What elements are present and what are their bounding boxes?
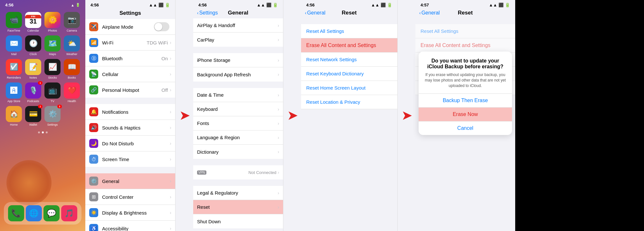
app-settings[interactable]: ⚙️ 3 Settings — [44, 106, 61, 126]
back-label: Settings — [199, 10, 218, 16]
reset-item-erase[interactable]: Erase All Content and Settings — [301, 38, 397, 53]
reset-item-keyboard[interactable]: Reset Keyboard Dictionary — [301, 67, 397, 81]
general-item-legal[interactable]: Legal & Regulatory › — [193, 186, 283, 200]
dialog-status-icons: ▲▲ ⬛ 🔋 — [489, 3, 510, 7]
general-item-reset[interactable]: Reset › — [193, 200, 283, 214]
settings-item-hotspot[interactable]: 🔗 Personal Hotspot Off › — [85, 82, 175, 98]
general-item-language[interactable]: Language & Region › — [193, 130, 283, 145]
app-tv[interactable]: 📺 TV — [44, 82, 61, 103]
photos-icon: 🌼 — [44, 12, 61, 28]
app-mail[interactable]: ✉️ Mail — [6, 35, 22, 56]
general-item-vpn[interactable]: VPN Not Connected › — [193, 165, 283, 179]
controlcenter-icon: ⊞ — [89, 192, 98, 201]
settings-item-display[interactable]: ☀️ Display & Brightness › — [85, 205, 175, 221]
settings-item-airplane[interactable]: ✈️ Airplane Mode — [85, 19, 175, 35]
settings-section-general: ⚙️ General › ⊞ Control Center › ☀️ Displ… — [85, 173, 175, 231]
app-facetime[interactable]: 📹 FaceTime — [6, 12, 22, 32]
app-clock[interactable]: 🕐 Clock — [25, 35, 41, 56]
cancel-button[interactable]: Cancel — [419, 121, 512, 135]
general-item-shutdown[interactable]: Shut Down — [193, 214, 283, 228]
back-to-general[interactable]: ‹ General — [305, 10, 326, 16]
general-item-fonts[interactable]: Fonts › — [193, 116, 283, 130]
back-to-settings[interactable]: ‹ Settings — [197, 10, 218, 16]
facetime-icon: 📹 — [6, 12, 22, 28]
reset-time: 4:56 — [306, 3, 315, 7]
settings-item-controlcenter[interactable]: ⊞ Control Center › — [85, 189, 175, 205]
settings-item-wifi[interactable]: 📶 Wi-Fi TDG WiFi › — [85, 35, 175, 51]
panel-reset: 4:56 ▲▲ ⬛ 🔋 ‹ General Reset Reset All Se… — [301, 0, 398, 231]
settings-item-sounds[interactable]: 🔊 Sounds & Haptics › — [85, 120, 175, 136]
dock-safari[interactable]: 🌐 — [26, 205, 42, 221]
general-section-locale: Date & Time › Keyboard › Fonts › Languag… — [193, 88, 283, 159]
settings-list: ✈️ Airplane Mode 📶 Wi-Fi TDG WiFi › Ⓑ Bl… — [85, 19, 175, 231]
general-item-dictionary[interactable]: Dictionary › — [193, 145, 283, 159]
panel-settings: 4:56 ▲▲ ⬛ 🔋 Settings ✈️ Airplane Mode 📶 … — [85, 0, 175, 231]
chevron-icon: › — [278, 107, 279, 112]
app-home[interactable]: 🏠 Home — [6, 106, 22, 126]
dialog-message: If you erase without updating your backu… — [419, 72, 512, 93]
reset-item-network[interactable]: Reset Network Settings — [301, 53, 397, 67]
settings-item-notifications[interactable]: 🔔 Notifications › — [85, 104, 175, 120]
app-maps[interactable]: 🗺️ Maps — [44, 35, 61, 56]
airplane-icon: ✈️ — [89, 22, 98, 31]
app-camera[interactable]: 📷 Camera — [64, 12, 80, 32]
backup-then-erase-button[interactable]: Backup Then Erase — [419, 93, 512, 107]
section-gap-2 — [85, 168, 175, 173]
panel-general: 4:56 ▲▲ ⬛ 🔋 ‹ Settings General AirPlay &… — [193, 0, 283, 231]
erase-now-button[interactable]: Erase Now — [419, 107, 512, 121]
app-photos[interactable]: 🌼 Photos — [44, 12, 61, 32]
reset-item-all-settings[interactable]: Reset All Settings — [301, 24, 397, 38]
app-reminders[interactable]: ☑️ Reminders — [6, 59, 22, 79]
arrow-between-4-5: ➤ — [398, 0, 415, 231]
settings-section-connectivity: ✈️ Airplane Mode 📶 Wi-Fi TDG WiFi › Ⓑ Bl… — [85, 19, 175, 98]
reset-nav: ‹ General Reset — [301, 9, 397, 18]
wifi-icon: ⬛ — [381, 3, 386, 7]
app-notes[interactable]: 📝 Notes — [25, 59, 41, 79]
app-stocks[interactable]: 📈 Stocks — [44, 59, 61, 79]
chevron-icon: › — [170, 194, 171, 199]
back-to-general-2[interactable]: ‹ General — [419, 10, 440, 16]
general-item-carplay[interactable]: CarPlay › — [193, 33, 283, 47]
general-nav: ‹ Settings General — [193, 9, 283, 18]
general-section-storage: iPhone Storage › Background App Refresh … — [193, 53, 283, 82]
dock-messages[interactable]: 💬 — [43, 205, 60, 221]
vpn-status: Not Connected — [249, 170, 277, 175]
general-item-airplay[interactable]: AirPlay & Handoff › — [193, 18, 283, 33]
accessibility-icon: ♿ — [89, 224, 98, 231]
reset-item-location[interactable]: Reset Location & Privacy — [301, 95, 397, 109]
app-calendar[interactable]: FRI 31 Calendar — [25, 12, 41, 32]
dialog-item-2: Erase All Content and Settings — [415, 38, 515, 53]
general-item-datetime[interactable]: Date & Time › — [193, 88, 283, 102]
general-item-storage[interactable]: iPhone Storage › — [193, 53, 283, 67]
settings-item-bluetooth[interactable]: Ⓑ Bluetooth On › — [85, 51, 175, 66]
app-wallet[interactable]: 💳 1 Wallet — [25, 106, 41, 126]
app-health[interactable]: ❤️ Health — [64, 82, 80, 103]
reset-item-homescreen[interactable]: Reset Home Screen Layout — [301, 81, 397, 95]
section-gap-1 — [85, 98, 175, 104]
general-section-vpn: VPN Not Connected › — [193, 165, 283, 179]
app-podcasts[interactable]: 🎙️ 1 Podcasts — [25, 82, 41, 103]
home-apps-grid: 📹 FaceTime FRI 31 Calendar 🌼 Photos 📷 Ca… — [0, 9, 85, 130]
section-gap-g3 — [193, 159, 283, 165]
wifi-icon: ⬛ — [158, 3, 164, 7]
wifi-icon: ⬛ — [498, 3, 504, 7]
app-appstore[interactable]: 🅰 App Store — [6, 82, 22, 103]
settings-item-screentime[interactable]: ⏱ Screen Time › ➤ — [85, 151, 175, 167]
settings-item-general[interactable]: ⚙️ General › — [85, 173, 175, 189]
settings-item-accessibility[interactable]: ♿ Accessibility › — [85, 221, 175, 231]
back-chevron-icon: ‹ — [419, 10, 421, 15]
settings-item-cellular[interactable]: 📡 Cellular › — [85, 66, 175, 82]
battery-icon: 🔋 — [273, 3, 278, 7]
app-weather[interactable]: ⛅ Weather — [64, 35, 80, 56]
settings-item-dnd[interactable]: 🌙 Do Not Disturb › — [85, 136, 175, 151]
dock-music[interactable]: 🎵 — [61, 205, 77, 221]
airplane-toggle[interactable] — [154, 22, 169, 31]
dock-phone[interactable]: 📞 — [8, 205, 24, 221]
home-time: 4:56 — [5, 3, 14, 7]
chevron-icon: › — [278, 37, 279, 42]
general-item-keyboard[interactable]: Keyboard › — [193, 102, 283, 116]
app-books[interactable]: 📖 Books — [64, 59, 80, 79]
general-statusbar: 4:56 ▲▲ ⬛ 🔋 — [193, 0, 283, 9]
chevron-icon: › — [170, 40, 171, 45]
general-item-bgrefresh[interactable]: Background App Refresh › — [193, 67, 283, 82]
